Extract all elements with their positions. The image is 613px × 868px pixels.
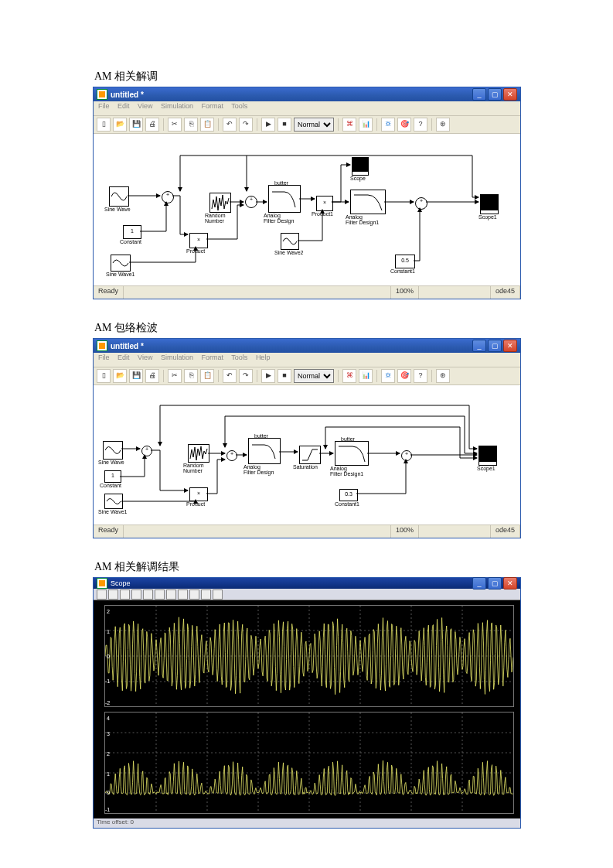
block-analog-filter1[interactable] bbox=[335, 441, 369, 466]
print-icon[interactable] bbox=[97, 589, 107, 600]
menu-simulation[interactable]: Simulation bbox=[161, 354, 193, 361]
stop-icon[interactable]: ■ bbox=[278, 369, 291, 383]
menu-format[interactable]: Format bbox=[201, 102, 223, 110]
minimize-button[interactable]: _ bbox=[472, 88, 486, 101]
redo-icon[interactable]: ↷ bbox=[239, 118, 253, 132]
open-icon[interactable]: 📂 bbox=[113, 118, 127, 132]
autoscale-icon[interactable] bbox=[155, 589, 165, 600]
block-sum3[interactable]: + bbox=[401, 450, 412, 461]
float-icon[interactable] bbox=[189, 589, 199, 600]
titlebar[interactable]: untitled * _ ▢ ✕ bbox=[94, 87, 520, 101]
close-button[interactable]: ✕ bbox=[503, 88, 517, 101]
restore-icon[interactable] bbox=[178, 589, 188, 600]
help-icon[interactable]: ? bbox=[414, 369, 427, 383]
titlebar[interactable]: Scope _ ▢ ✕ bbox=[94, 578, 520, 589]
play-icon[interactable]: ▶ bbox=[261, 369, 275, 383]
menu-help[interactable]: Help bbox=[256, 354, 271, 361]
menubar[interactable]: File Edit View Simulation Format Tools H… bbox=[94, 353, 520, 367]
maximize-button[interactable]: ▢ bbox=[488, 88, 502, 101]
block-sine-wave1[interactable] bbox=[111, 255, 131, 272]
close-button[interactable]: ✕ bbox=[503, 340, 517, 352]
paste-icon[interactable]: 📋 bbox=[200, 369, 214, 383]
block-constant1[interactable]: 0.3 bbox=[339, 489, 358, 501]
block-sum1[interactable]: + bbox=[162, 191, 174, 203]
menu-view[interactable]: View bbox=[138, 102, 152, 110]
copy-icon[interactable]: ⎘ bbox=[184, 369, 198, 383]
minimize-button[interactable]: _ bbox=[472, 577, 486, 589]
block-sine-wave[interactable] bbox=[103, 441, 123, 460]
titlebar[interactable]: untitled * _ ▢ ✕ bbox=[94, 339, 520, 353]
sig-icon[interactable] bbox=[213, 589, 223, 600]
block-saturation[interactable] bbox=[299, 446, 321, 464]
block-scope1[interactable] bbox=[478, 446, 497, 463]
close-button[interactable]: ✕ bbox=[503, 577, 517, 589]
lib-icon[interactable]: ⌘ bbox=[342, 369, 356, 383]
params-icon[interactable] bbox=[108, 589, 118, 600]
menu-simulation[interactable]: Simulation bbox=[161, 102, 193, 110]
block-analog-filter[interactable] bbox=[248, 438, 281, 464]
help-icon[interactable]: ? bbox=[414, 118, 427, 132]
block-random-number[interactable] bbox=[188, 444, 209, 463]
config-icon[interactable]: ⊛ bbox=[436, 118, 450, 132]
block-sum3[interactable]: + bbox=[415, 197, 427, 210]
copy-icon[interactable]: ⎘ bbox=[184, 118, 198, 132]
block-product[interactable]: × bbox=[189, 487, 208, 501]
block-sum1[interactable]: + bbox=[141, 446, 152, 456]
target-icon[interactable]: 🎯 bbox=[397, 118, 411, 132]
block-random-number[interactable] bbox=[209, 193, 231, 213]
plot-am-signal[interactable]: 210-1-2 bbox=[104, 605, 514, 707]
menu-file[interactable]: File bbox=[98, 354, 110, 361]
menu-format[interactable]: Format bbox=[201, 354, 223, 361]
new-icon[interactable]: ▯ bbox=[97, 118, 111, 132]
block-sum2[interactable]: + bbox=[245, 196, 257, 208]
menu-tools[interactable]: Tools bbox=[231, 354, 247, 361]
block-analog-filter1[interactable] bbox=[350, 190, 386, 214]
save-icon[interactable]: 💾 bbox=[129, 369, 143, 383]
menu-view[interactable]: View bbox=[138, 354, 152, 361]
menu-edit[interactable]: Edit bbox=[117, 102, 130, 110]
menu-tools[interactable]: Tools bbox=[231, 102, 247, 110]
sim-mode-select[interactable]: Normal bbox=[294, 118, 334, 132]
paste-icon[interactable]: 📋 bbox=[200, 118, 214, 132]
new-icon[interactable]: ▯ bbox=[97, 369, 111, 383]
scope-icon[interactable]: 📊 bbox=[359, 369, 373, 383]
stop-icon[interactable]: ■ bbox=[278, 118, 291, 132]
build-icon[interactable]: ⛭ bbox=[381, 369, 395, 383]
block-sine-wave[interactable] bbox=[109, 186, 129, 207]
build-icon[interactable]: ⛭ bbox=[381, 118, 395, 132]
print-icon[interactable]: 🖨 bbox=[145, 118, 159, 132]
block-sine-wave1[interactable] bbox=[104, 494, 123, 509]
block-product1[interactable]: × bbox=[316, 196, 333, 211]
lock-icon[interactable] bbox=[201, 589, 211, 600]
block-constant[interactable]: 1 bbox=[123, 225, 141, 239]
open-icon[interactable]: 📂 bbox=[113, 369, 127, 383]
undo-icon[interactable]: ↶ bbox=[223, 118, 237, 132]
menu-file[interactable]: File bbox=[98, 102, 110, 110]
canvas-envelope[interactable]: Sine Wave 1 Constant Sine Wave1 + Random… bbox=[94, 385, 520, 525]
block-sine-wave2[interactable] bbox=[281, 233, 299, 250]
canvas-coherent[interactable]: Sine Wave 1 Constant Sine Wave1 + × Prod… bbox=[94, 134, 520, 285]
block-scope[interactable] bbox=[352, 157, 369, 173]
lib-icon[interactable]: ⌘ bbox=[342, 118, 356, 132]
maximize-button[interactable]: ▢ bbox=[488, 577, 502, 589]
block-scope1[interactable] bbox=[480, 194, 499, 211]
print-icon[interactable]: 🖨 bbox=[145, 369, 159, 383]
sim-mode-select[interactable]: Normal bbox=[294, 369, 334, 383]
block-constant1[interactable]: 0.5 bbox=[395, 255, 415, 268]
redo-icon[interactable]: ↷ bbox=[239, 369, 253, 383]
cut-icon[interactable]: ✂ bbox=[168, 369, 182, 383]
play-icon[interactable]: ▶ bbox=[261, 118, 275, 132]
block-product[interactable]: × bbox=[189, 233, 208, 248]
plot-detected[interactable]: 43210-1 bbox=[104, 712, 514, 814]
scope-icon[interactable]: 📊 bbox=[359, 118, 373, 132]
block-constant[interactable]: 1 bbox=[104, 470, 121, 483]
menu-edit[interactable]: Edit bbox=[117, 354, 130, 361]
save-icon[interactable] bbox=[166, 589, 176, 600]
maximize-button[interactable]: ▢ bbox=[488, 340, 502, 352]
save-icon[interactable]: 💾 bbox=[129, 118, 143, 132]
minimize-button[interactable]: _ bbox=[472, 340, 486, 352]
block-analog-filter[interactable] bbox=[268, 185, 301, 213]
zoom-icon[interactable] bbox=[120, 589, 130, 600]
menubar[interactable]: File Edit View Simulation Format Tools bbox=[94, 101, 520, 116]
zoomy-icon[interactable] bbox=[143, 589, 153, 600]
